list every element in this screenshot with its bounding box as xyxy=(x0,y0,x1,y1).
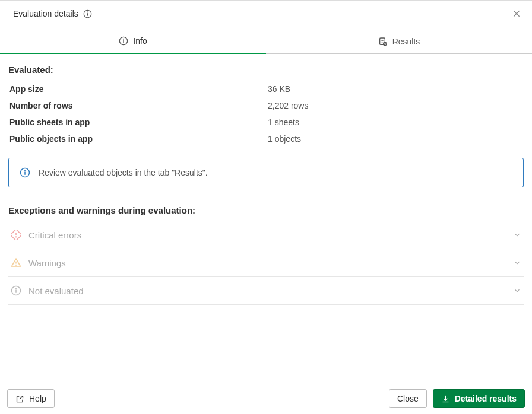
accordion-label: Warnings xyxy=(28,258,506,268)
info-icon xyxy=(20,167,30,178)
row-value: 36 KB xyxy=(268,84,290,94)
detailed-results-label: Detailed results xyxy=(455,394,517,403)
info-icon[interactable] xyxy=(83,9,92,18)
dialog-footer: Help Close Detailed results xyxy=(0,383,532,414)
dialog-content: Evaluated: App size 36 KB Number of rows… xyxy=(0,54,532,383)
accordion-label: Critical errors xyxy=(28,230,506,240)
row-app-size: App size 36 KB xyxy=(8,81,524,97)
critical-error-icon xyxy=(11,230,21,240)
row-value: 1 objects xyxy=(268,134,301,144)
row-value: 1 sheets xyxy=(268,117,299,127)
banner-text: Review evaluated objects in the tab "Res… xyxy=(39,168,208,177)
tabs: Info Results xyxy=(0,28,532,54)
dialog-header: Evaluation details xyxy=(0,1,532,28)
chevron-down-icon xyxy=(513,231,521,239)
row-label: Public sheets in app xyxy=(10,117,268,127)
download-icon xyxy=(441,394,450,403)
close-icon[interactable] xyxy=(509,7,524,21)
chevron-down-icon xyxy=(513,259,521,267)
chevron-down-icon xyxy=(513,286,521,295)
accordion-label: Not evaluated xyxy=(28,286,506,296)
tab-results-label: Results xyxy=(392,37,420,46)
row-value: 2,202 rows xyxy=(268,101,308,110)
svg-point-7 xyxy=(124,39,124,39)
help-button[interactable]: Help xyxy=(7,389,55,408)
tab-results[interactable]: Results xyxy=(266,28,532,53)
svg-point-2 xyxy=(87,12,88,12)
info-icon xyxy=(11,285,21,296)
svg-point-12 xyxy=(25,170,26,171)
svg-point-15 xyxy=(16,237,17,237)
results-icon xyxy=(378,37,388,46)
exceptions-heading: Exceptions and warnings during evaluatio… xyxy=(8,205,524,215)
tab-info-label: Info xyxy=(133,36,147,46)
row-public-objects: Public objects in app 1 objects xyxy=(8,130,524,147)
row-label: Public objects in app xyxy=(10,134,268,144)
external-link-icon xyxy=(15,394,24,403)
detailed-results-button[interactable]: Detailed results xyxy=(433,389,525,408)
evaluation-details-dialog: Evaluation details Info Results Evaluate… xyxy=(0,0,532,414)
accordion-critical-errors[interactable]: Critical errors xyxy=(8,221,524,249)
svg-point-20 xyxy=(16,288,17,289)
warning-icon xyxy=(11,257,21,268)
close-button[interactable]: Close xyxy=(389,389,427,408)
evaluated-heading: Evaluated: xyxy=(8,65,524,75)
accordion-not-evaluated[interactable]: Not evaluated xyxy=(8,277,524,305)
tab-info[interactable]: Info xyxy=(0,28,266,54)
row-public-sheets: Public sheets in app 1 sheets xyxy=(8,114,524,130)
row-label: Number of rows xyxy=(10,101,268,110)
close-button-label: Close xyxy=(397,394,419,403)
help-button-label: Help xyxy=(29,394,46,403)
accordion-warnings[interactable]: Warnings xyxy=(8,249,524,277)
dialog-title: Evaluation details xyxy=(13,9,78,18)
exceptions-list: Critical errors Warnings Not evaluated xyxy=(8,221,524,305)
evaluated-list: App size 36 KB Number of rows 2,202 rows… xyxy=(8,81,524,147)
info-icon xyxy=(119,36,128,46)
row-label: App size xyxy=(10,84,268,94)
row-number-of-rows: Number of rows 2,202 rows xyxy=(8,97,524,114)
review-results-banner: Review evaluated objects in the tab "Res… xyxy=(8,158,524,187)
svg-point-17 xyxy=(16,265,17,265)
svg-rect-8 xyxy=(379,38,385,44)
